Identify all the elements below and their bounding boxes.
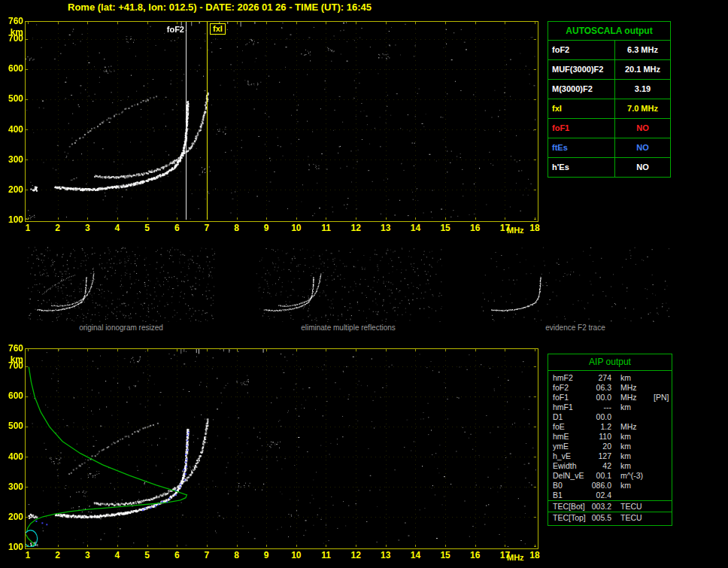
x-tick-label: 4 (109, 550, 126, 560)
aip-row: Ewidth42km (548, 461, 672, 471)
x-tick-label: 11 (318, 550, 335, 560)
aip-tec-label: TEC[Bot] (553, 501, 587, 512)
main-ionogram-plot (25, 21, 538, 222)
autoscala-param-label: h'Es (548, 158, 615, 177)
aip-param-note (651, 451, 672, 461)
aip-param-unit (611, 491, 651, 500)
fxi-marker-label: fxI (210, 23, 226, 35)
y-tick-label: 500 (2, 421, 23, 431)
aip-param-label: hmE (553, 432, 587, 442)
aip-tec-label: TEC[Top] (553, 512, 587, 523)
x-tick-label: 6 (168, 223, 185, 233)
x-tick-label: 5 (139, 550, 156, 560)
aip-param-unit: m^(-3) (611, 471, 651, 481)
aip-param-value: 06.3 (587, 383, 611, 393)
aip-param-label: hmF1 (553, 402, 587, 412)
aip-tec-unit: TECU (611, 501, 651, 512)
x-tick-label: 13 (378, 550, 394, 560)
autoscala-param-label: foF1 (548, 119, 615, 138)
x-tick-label: 9 (258, 223, 275, 233)
autoscala-param-value: NO (615, 158, 670, 177)
x-tick-label: 16 (467, 550, 484, 560)
y-tick-label: 700 (2, 361, 23, 371)
aip-param-note (651, 442, 672, 451)
aip-table-rows: hmF2274kmfoF206.3MHzfoF100.0MHz[PN]hmF1-… (548, 373, 672, 500)
autoscala-row: ftEsNO (548, 138, 670, 158)
thumbnail-original-ionogram (27, 247, 215, 322)
thumbnail-caption-original: original ionogram resized (27, 323, 215, 332)
x-tick-label: 1 (20, 550, 36, 560)
aip-tec-value: 003.2 (587, 501, 611, 512)
aip-param-unit: MHz (611, 422, 651, 432)
x-tick-label: 15 (437, 223, 453, 233)
autoscala-param-value: 20.1 MHz (615, 60, 670, 79)
aip-row: h_vE127km (548, 451, 672, 461)
y-tick-label: 400 (2, 452, 23, 462)
x-tick-label: 18 (526, 550, 543, 560)
profile-ionogram-canvas (26, 349, 536, 547)
aip-param-value: 110 (587, 432, 611, 442)
y-tick-label: 600 (2, 64, 23, 74)
aip-param-note (651, 491, 672, 500)
autoscala-param-label: MUF(3000)F2 (548, 60, 615, 79)
aip-param-value: 00.0 (587, 393, 611, 402)
autoscala-table-title: AUTOSCALA output (548, 22, 670, 41)
aip-param-note (651, 412, 672, 422)
aip-row: hmF2274km (548, 373, 672, 383)
x-tick-label: 3 (79, 223, 96, 233)
aip-tec-unit: TECU (611, 512, 651, 523)
aip-row: ymE20km (548, 442, 672, 451)
autoscala-row: MUF(3000)F220.1 MHz (548, 60, 670, 80)
aip-param-value: 1.2 (587, 422, 611, 432)
aip-param-value: 20 (587, 442, 611, 451)
y-tick-label: 700 (2, 34, 23, 44)
autoscala-window: Rome (lat: +41.8, lon: 012.5) - DATE: 20… (0, 0, 728, 568)
aip-param-value: 274 (587, 373, 611, 383)
aip-row: B102.4 (548, 491, 672, 500)
y-axis-top-label: 760 (2, 17, 23, 26)
x-tick-label: 4 (109, 223, 126, 233)
x-tick-label: 14 (407, 550, 423, 560)
aip-param-label: B0 (553, 481, 587, 491)
aip-param-unit (611, 412, 651, 422)
x-tick-label: 2 (50, 550, 66, 560)
thumbnail-evidence-f2-trace (481, 247, 669, 322)
autoscala-row: foF1NO (548, 119, 670, 138)
aip-param-label: DelN_vE (553, 471, 587, 481)
aip-param-unit: MHz (611, 393, 651, 402)
aip-param-label: foE (553, 422, 587, 432)
y-tick-label: 200 (2, 185, 23, 195)
aip-param-label: Ewidth (553, 461, 587, 471)
aip-row: hmF1---km (548, 402, 672, 412)
page-title: Rome (lat: +41.8, lon: 012.5) - DATE: 20… (68, 2, 372, 13)
autoscala-row: fxI7.0 MHz (548, 99, 670, 119)
x-tick-label: 12 (347, 223, 364, 233)
aip-param-note (651, 432, 672, 442)
aip-param-unit: km (611, 373, 651, 383)
aip-param-note (651, 402, 672, 412)
y-tick-label: 300 (2, 482, 23, 492)
aip-row: D100.0 (548, 412, 672, 422)
autoscala-param-value: 6.3 MHz (615, 41, 670, 59)
y-axis-top-label: 760 (2, 344, 23, 354)
aip-param-value: 00.1 (587, 471, 611, 481)
y-tick-label: 300 (2, 155, 23, 165)
x-axis-unit: MHz (507, 226, 524, 235)
x-tick-label: 10 (288, 550, 305, 560)
x-tick-label: 7 (199, 223, 215, 233)
fof2-marker-label: foF2 (159, 25, 184, 34)
autoscala-param-label: ftEs (548, 138, 615, 157)
aip-param-note (651, 481, 672, 491)
aip-param-unit: km (611, 402, 651, 412)
aip-param-unit: km (611, 461, 651, 471)
aip-tec-rows: TEC[Bot]003.2TECUTEC[Top]005.5TECU (548, 500, 672, 523)
y-tick-label: 500 (2, 94, 23, 104)
aip-param-note (651, 383, 672, 393)
y-tick-label: 600 (2, 391, 23, 401)
profile-ionogram-plot (25, 348, 538, 549)
aip-param-label: B1 (553, 491, 587, 500)
aip-tec-row: TEC[Top]005.5TECU (548, 512, 672, 523)
x-tick-label: 12 (347, 550, 364, 560)
aip-param-value: 127 (587, 451, 611, 461)
x-tick-label: 9 (258, 550, 275, 560)
